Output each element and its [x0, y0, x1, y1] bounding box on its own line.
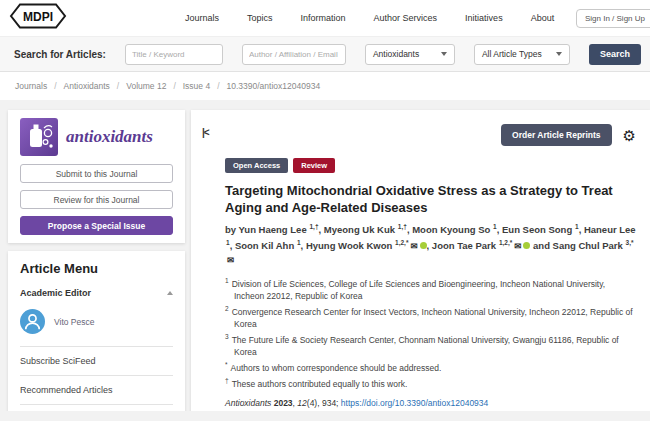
breadcrumb-item[interactable]: Volume 12: [126, 81, 166, 91]
citation-journal: Antioxidants: [225, 398, 271, 408]
academic-editor[interactable]: Vito Pesce: [20, 306, 173, 346]
author-name[interactable]: Myeong Uk Kuk: [324, 224, 395, 235]
affiliation-text: The Future Life & Society Research Cente…: [232, 335, 619, 357]
orcid-icon[interactable]: [420, 242, 427, 249]
affiliation-row: 3The Future Life & Society Research Cent…: [225, 332, 636, 358]
email-icon[interactable]: ✉: [227, 255, 234, 265]
affiliation-row: †These authors contributed equally to th…: [225, 376, 636, 390]
citation-text: (4), 934;: [307, 398, 341, 408]
affiliation-row: 1Division of Life Sciences, College of L…: [225, 276, 636, 302]
sidebar-item-label: Recommended Articles: [20, 385, 113, 395]
nav-item-author-services[interactable]: Author Services: [374, 13, 438, 23]
author-affiliation-marker: 1,2,*: [393, 239, 408, 246]
author-name[interactable]: Hyung Wook Kwon: [306, 240, 392, 251]
academic-editor-label: Academic Editor: [20, 288, 91, 298]
person-icon: [20, 309, 45, 334]
header: MDPI JournalsTopicsInformationAuthor Ser…: [0, 0, 650, 36]
author-name[interactable]: Moon Kyoung So: [412, 224, 490, 235]
journal-select[interactable]: Antioxidants: [365, 44, 455, 65]
sidebar-item-recommended-articles[interactable]: Recommended Articles: [20, 375, 173, 404]
author-affiliation-marker: 1: [295, 239, 300, 246]
orcid-icon[interactable]: [523, 242, 530, 249]
mdpi-hexagon-icon: MDPI: [8, 2, 68, 30]
nav-item-about[interactable]: About: [531, 13, 555, 23]
breadcrumb: Journals/Antioxidants/Volume 12/Issue 4/…: [0, 72, 650, 100]
breadcrumb-separator: /: [117, 81, 119, 91]
badge-open-access[interactable]: Open Access: [225, 158, 288, 173]
affiliation-marker: *: [225, 361, 228, 368]
avatar: [20, 309, 45, 334]
sidebar-item-subscribe-scifeed[interactable]: Subscribe SciFeed: [20, 346, 173, 375]
by-label: by: [225, 224, 239, 235]
order-reprints-button[interactable]: Order Article Reprints: [501, 124, 612, 146]
author-affiliation-marker: 1: [226, 239, 230, 246]
author-affiliation-input[interactable]: [242, 44, 346, 65]
citation-year: 2023: [274, 398, 293, 408]
article-menu-card: Article Menu Academic Editor Vito Pesce …: [8, 251, 185, 411]
journal-select-value: Antioxidants: [373, 49, 419, 59]
affiliation-text: Division of Life Sciences, College of Li…: [232, 279, 606, 301]
author-name[interactable]: Eun Seon Song: [502, 224, 572, 235]
affiliations: 1Division of Life Sciences, College of L…: [225, 276, 636, 390]
breadcrumb-item[interactable]: Issue 4: [183, 81, 210, 91]
affiliation-row: 2Convergence Research Center for Insect …: [225, 304, 636, 330]
affiliation-marker: 1: [225, 277, 229, 284]
breadcrumb-item[interactable]: 10.3390/antiox12040934: [227, 81, 321, 91]
chevron-down-icon: [441, 52, 447, 56]
badges: Open AccessReview: [225, 158, 636, 173]
sidebar-button-propose-a-special-issue[interactable]: Propose a Special Issue: [20, 216, 173, 235]
email-icon[interactable]: ✉: [514, 241, 521, 251]
gear-icon[interactable]: ⚙: [623, 128, 636, 143]
affiliation-marker: †: [225, 377, 229, 384]
sidebar-button-review-for-this-journal[interactable]: Review for this Journal: [20, 190, 173, 209]
affiliation-row: *Authors to whom correspondence should b…: [225, 360, 636, 374]
main-nav: JournalsTopicsInformationAuthor Services…: [185, 0, 554, 36]
citation-volume: 12: [297, 398, 306, 408]
article-title: Targeting Mitochondrial Oxidative Stress…: [225, 183, 636, 216]
author-affiliation-marker: 1: [491, 223, 496, 230]
breadcrumb-item[interactable]: Antioxidants: [64, 81, 110, 91]
article-menu-title: Article Menu: [20, 261, 173, 276]
journal-logo[interactable]: antioxidants: [20, 118, 173, 156]
author-name[interactable]: Haneur Lee: [584, 224, 636, 235]
search-bar: Search for Articles: Antioxidants All Ar…: [0, 36, 650, 72]
author-affiliation-marker: 3,*: [624, 239, 634, 246]
article-toolbar: Order Article Reprints ⚙: [225, 124, 636, 146]
academic-editor-toggle[interactable]: Academic Editor: [20, 288, 173, 298]
sidebar-button-submit-to-this-journal[interactable]: Submit to this Journal: [20, 164, 173, 183]
signin-button[interactable]: Sign In / Sign Up: [576, 9, 650, 28]
sidebar-item-related-info-links[interactable]: Related Info Links: [20, 404, 173, 411]
author-name[interactable]: Soon Kil Ahn: [235, 240, 294, 251]
sidebar-item-label: Subscribe SciFeed: [20, 356, 96, 366]
affiliation-text: Authors to whom correspondence should be…: [231, 363, 442, 373]
nav-item-topics[interactable]: Topics: [247, 13, 273, 23]
author-name[interactable]: Yun Haeng Lee: [239, 224, 307, 235]
collapse-sidebar-icon[interactable]: |<: [202, 127, 209, 138]
author-name[interactable]: Sang Chul Park: [553, 240, 623, 251]
article-main: |< Order Article Reprints ⚙ Open AccessR…: [191, 110, 650, 411]
author-affiliation-marker: 1: [573, 223, 578, 230]
search-label: Search for Articles:: [14, 49, 106, 60]
journal-card: antioxidants Submit to this JournalRevie…: [8, 110, 185, 243]
breadcrumb-item[interactable]: Journals: [15, 81, 47, 91]
article-type-select[interactable]: All Article Types: [474, 44, 570, 65]
badge-review[interactable]: Review: [293, 158, 335, 173]
author-name[interactable]: Joon Tae Park: [432, 240, 496, 251]
mdpi-logo[interactable]: MDPI: [8, 2, 68, 34]
nav-item-initiatives[interactable]: Initiatives: [465, 13, 503, 23]
breadcrumb-separator: /: [173, 81, 175, 91]
citation: Antioxidants 2023, 12(4), 934; https://d…: [225, 398, 636, 408]
search-button[interactable]: Search: [589, 44, 641, 65]
doi-link[interactable]: https://doi.org/10.3390/antiox12040934: [341, 398, 488, 408]
affiliation-text: These authors contributed equally to thi…: [232, 379, 408, 389]
title-keyword-input[interactable]: [125, 44, 223, 65]
article-type-select-value: All Article Types: [482, 49, 542, 59]
author-affiliation-marker: 1,2,*: [497, 239, 512, 246]
email-icon[interactable]: ✉: [410, 241, 417, 251]
chevron-up-icon: [167, 291, 173, 295]
nav-item-journals[interactable]: Journals: [185, 13, 219, 23]
nav-item-information[interactable]: Information: [301, 13, 346, 23]
breadcrumb-separator: /: [217, 81, 219, 91]
author-list: by Yun Haeng Lee 1,†, Myeong Uk Kuk 1,†,…: [225, 222, 636, 267]
sidebar: antioxidants Submit to this JournalRevie…: [8, 110, 185, 411]
